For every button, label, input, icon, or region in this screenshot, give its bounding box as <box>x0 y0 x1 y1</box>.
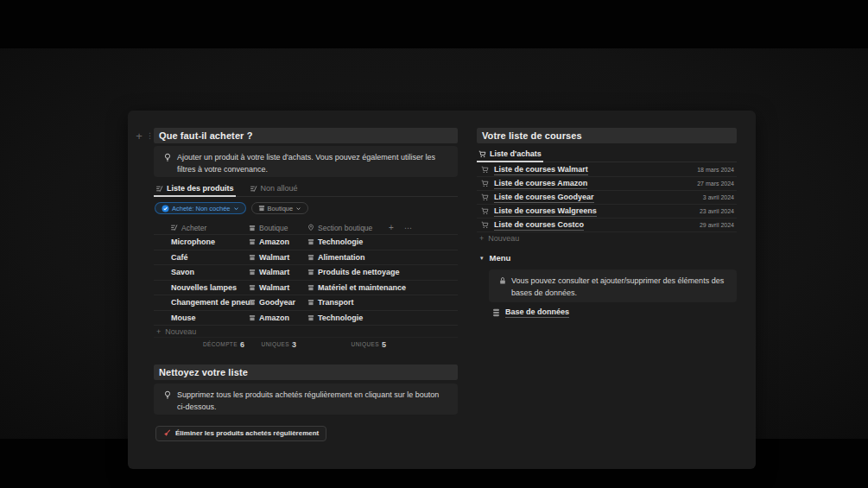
list-title-link[interactable]: Liste de courses Costco <box>494 220 584 231</box>
app-background: + ⋮⋮ Que faut-il acheter ? Ajouter un pr… <box>0 48 868 439</box>
toggle-triangle-icon[interactable]: ▾ <box>480 255 484 262</box>
column-header-acheter[interactable]: Acheter <box>170 221 206 234</box>
list-title-link[interactable]: Liste de courses Goodyear <box>494 193 594 203</box>
table-row[interactable]: Mouse Amazon Technologie <box>154 311 458 326</box>
view-icon <box>250 185 257 193</box>
section-value: Matériel et maintenance <box>318 283 406 292</box>
shop-icon <box>307 254 314 261</box>
filter-label: Acheté: Non cochée <box>172 205 231 212</box>
table-row[interactable]: Changement de pneus Goodyear Transport <box>154 295 458 311</box>
calc-label: UNIQUES <box>262 341 289 347</box>
button-label: Éliminer les produits achetés régulièrem… <box>175 429 319 437</box>
view-icon <box>155 185 163 193</box>
tab-liste-des-produits[interactable]: Liste des produits <box>154 184 236 196</box>
table-footer-calculations: DÉCOMPTE 6 UNIQUES 3 UNIQUES 5 <box>154 338 458 351</box>
tab-non-alloue[interactable]: Non alloué <box>248 184 300 196</box>
table-row[interactable]: Savon Walmart Produits de nettoyage <box>154 265 458 281</box>
tab-label: Liste d'achats <box>490 149 542 158</box>
list-date: 18 mars 2024 <box>697 167 734 173</box>
cart-icon <box>478 150 486 158</box>
table-new-row-button[interactable]: + Nouveau <box>154 326 458 338</box>
shop-icon <box>307 269 314 276</box>
calc-label: DÉCOMPTE <box>203 341 238 347</box>
table-header-row: Acheter Boutique Section boutique + ⋯ <box>154 221 458 235</box>
list-item[interactable]: Liste de courses Costco 29 avril 2024 <box>477 219 737 232</box>
filter-chip-achete[interactable]: Acheté: Non cochée <box>155 202 246 214</box>
database-link[interactable]: Base de données <box>505 307 569 318</box>
database-link-row[interactable]: Base de données <box>492 307 569 318</box>
section-title-text: Que faut-il acheter ? <box>159 130 252 141</box>
product-name[interactable]: Mouse <box>171 311 196 326</box>
section-value: Technologie <box>318 238 363 246</box>
calc-decompte[interactable]: DÉCOMPTE 6 <box>203 338 244 351</box>
plus-icon: + <box>479 234 484 243</box>
filter-bar: Acheté: Non cochée Boutique <box>155 202 308 214</box>
list-title-link[interactable]: Liste de courses Walmart <box>494 165 588 175</box>
cart-icon <box>481 166 489 174</box>
shop-value: Amazon <box>259 238 289 246</box>
shop-icon <box>249 238 256 245</box>
product-name[interactable]: Café <box>171 250 188 265</box>
list-item[interactable]: Liste de courses Walmart 18 mars 2024 <box>477 163 737 177</box>
column-label: Section boutique <box>318 224 372 232</box>
section-value: Technologie <box>318 314 363 322</box>
lightbulb-icon <box>163 153 172 162</box>
list-item[interactable]: Liste de courses Goodyear 3 avril 2024 <box>477 191 737 205</box>
product-name[interactable]: Microphone <box>171 235 215 250</box>
product-name[interactable]: Nouvelles lampes <box>171 281 237 295</box>
calc-value: 5 <box>382 340 386 349</box>
table-row[interactable]: Café Walmart Alimentation <box>154 250 458 266</box>
list-item[interactable]: Liste de courses Walgreens 23 avril 2024 <box>477 205 737 219</box>
table-row[interactable]: Nouvelles lampes Walmart Matériel et mai… <box>154 281 458 296</box>
product-name[interactable]: Changement de pneus <box>171 295 255 310</box>
shop-value: Goodyear <box>259 298 295 307</box>
list-new-button[interactable]: + Nouveau <box>477 232 737 244</box>
section-title-text: Votre liste de courses <box>482 130 582 141</box>
shop-value: Amazon <box>259 314 289 322</box>
database-icon <box>492 308 500 317</box>
eliminate-products-button[interactable]: Éliminer les produits achetés régulièrem… <box>155 426 326 441</box>
section-title-text: Nettoyez votre liste <box>159 367 248 377</box>
shop-value: Walmart <box>259 268 289 276</box>
tip-callout-add-product: Ajouter un produit à votre liste d'achat… <box>154 146 458 177</box>
table-options-button[interactable]: ⋯ <box>404 221 412 234</box>
product-name[interactable]: Savon <box>171 265 194 280</box>
shop-icon <box>249 314 256 321</box>
new-row-label: Nouveau <box>165 327 196 336</box>
shopping-list-tabs: Liste d'achats <box>477 146 737 162</box>
section-value: Produits de nettoyage <box>318 268 400 276</box>
table-row[interactable]: Microphone Amazon Technologie <box>154 235 458 250</box>
list-title-link[interactable]: Liste de courses Walgreens <box>494 206 597 217</box>
shop-value: Walmart <box>259 283 289 292</box>
section-title-shopping-list: Votre liste de courses <box>477 128 737 143</box>
tab-label: Non alloué <box>261 184 298 193</box>
calc-value: 3 <box>292 340 296 349</box>
column-label: Boutique <box>259 224 288 232</box>
new-row-label: Nouveau <box>488 234 519 243</box>
section-value: Alimentation <box>318 253 365 262</box>
shop-icon <box>307 314 314 321</box>
shop-value: Walmart <box>259 253 289 262</box>
shop-icon <box>249 225 256 231</box>
calc-uniques-section[interactable]: UNIQUES 5 <box>352 338 386 351</box>
list-date: 29 avril 2024 <box>700 222 734 228</box>
menu-toggle[interactable]: ▾ Menu <box>480 253 510 263</box>
add-column-button[interactable]: + <box>389 221 394 234</box>
tip-callout-database: Vous pouvez consulter et ajouter/supprim… <box>489 269 737 302</box>
tab-liste-dachats[interactable]: Liste d'achats <box>477 149 543 162</box>
list-item[interactable]: Liste de courses Amazon 27 mars 2024 <box>477 177 737 191</box>
section-value: Transport <box>318 298 354 307</box>
drag-handle-icon[interactable]: ⋮⋮ <box>146 130 153 142</box>
shop-icon <box>249 284 256 291</box>
chevron-down-icon <box>295 206 301 212</box>
column-header-section[interactable]: Section boutique <box>307 221 372 234</box>
calc-uniques-shop[interactable]: UNIQUES 3 <box>262 338 296 351</box>
shop-icon <box>258 205 265 212</box>
add-block-icon[interactable]: + <box>133 130 145 143</box>
filter-chip-boutique[interactable]: Boutique <box>251 202 309 214</box>
location-pin-icon <box>307 224 314 231</box>
products-table: Acheter Boutique Section boutique + ⋯ Mi… <box>154 221 458 351</box>
list-title-link[interactable]: Liste de courses Amazon <box>494 179 587 189</box>
column-header-boutique[interactable]: Boutique <box>249 221 288 234</box>
lock-icon <box>498 276 507 285</box>
